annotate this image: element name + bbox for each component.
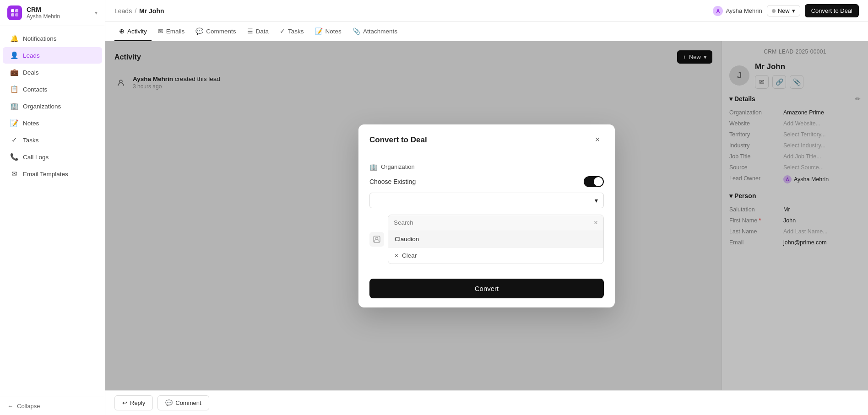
choose-existing-row: Choose Existing (369, 176, 604, 187)
toggle-knob (594, 177, 603, 186)
svg-rect-1 (15, 9, 18, 12)
sidebar-item-deals-label: Deals (23, 69, 39, 76)
reply-label: Reply (130, 399, 145, 406)
tab-tasks[interactable]: ✓ Tasks (275, 22, 309, 41)
modal-close-button[interactable]: × (591, 134, 604, 146)
tab-emails[interactable]: ✉ Emails (153, 22, 190, 41)
org-section-label: 🏢 Organization (369, 163, 604, 171)
reply-button[interactable]: ↩ Reply (114, 395, 153, 410)
svg-rect-3 (15, 13, 18, 16)
comment-icon: 💬 (165, 399, 173, 406)
modal-title: Convert to Deal (369, 135, 427, 145)
topbar: Leads / Mr John A Aysha Mehrin New ▾ Con… (105, 0, 868, 22)
dropdown-chevron-icon: ▾ (595, 197, 598, 204)
sidebar-item-email-templates-label: Email Templates (23, 171, 68, 178)
sidebar-item-organizations-label: Organizations (23, 103, 61, 110)
org-dropdown-trigger[interactable]: ▾ (369, 193, 604, 208)
sidebar-item-call-logs-label: Call Logs (23, 154, 49, 161)
leads-icon: 👤 (10, 51, 18, 59)
app-user: Aysha Mehrin (27, 13, 90, 20)
tab-comments[interactable]: 💬 Comments (191, 22, 240, 41)
comment-button[interactable]: 💬 Comment (157, 395, 209, 410)
topbar-user-avatar: A (713, 6, 723, 16)
topbar-user-name: Aysha Mehrin (726, 7, 762, 14)
tab-activity-label: Activity (127, 28, 147, 35)
comment-label: Comment (175, 399, 201, 406)
deals-icon: 💼 (10, 68, 18, 76)
collapse-label: Collapse (17, 403, 40, 410)
dropdown-clear-button[interactable]: × Clear (388, 247, 603, 264)
sidebar-toggle[interactable]: ▾ (95, 10, 98, 16)
main-content: Leads / Mr John A Aysha Mehrin New ▾ Con… (105, 0, 868, 415)
tab-attachments[interactable]: 📎 Attachments (348, 22, 402, 41)
tab-emails-label: Emails (166, 28, 185, 35)
convert-button[interactable]: Convert (369, 279, 604, 298)
org-section-icon: 🏢 (369, 163, 377, 171)
status-dot (772, 9, 776, 13)
status-chevron-icon: ▾ (792, 7, 795, 14)
sidebar-item-tasks-label: Tasks (23, 137, 39, 144)
svg-rect-0 (11, 9, 14, 12)
app-info: CRM Aysha Mehrin (27, 6, 90, 20)
contact-row: × Claudion × Clear (369, 215, 604, 264)
tab-notes-label: Notes (326, 28, 342, 35)
contact-icon (369, 232, 384, 247)
tab-tasks-label: Tasks (288, 28, 304, 35)
sidebar-item-email-templates[interactable]: ✉ Email Templates (3, 166, 102, 182)
sidebar-item-notifications[interactable]: 🔔 Notifications (3, 30, 102, 47)
bottom-bar: ↩ Reply 💬 Comment (105, 390, 868, 415)
clear-label: Clear (402, 252, 417, 259)
breadcrumb-current: Mr John (139, 7, 164, 15)
app-logo (7, 5, 22, 20)
sidebar-item-contacts-label: Contacts (23, 86, 47, 93)
sidebar: CRM Aysha Mehrin ▾ 🔔 Notifications 👤 Lea… (0, 0, 105, 415)
modal-header: Convert to Deal × (358, 124, 615, 154)
sidebar-item-call-logs[interactable]: 📞 Call Logs (3, 149, 102, 165)
collapse-button[interactable]: ← Collapse (0, 397, 105, 415)
sidebar-item-organizations[interactable]: 🏢 Organizations (3, 98, 102, 114)
sidebar-item-notes[interactable]: 📝 Notes (3, 115, 102, 131)
breadcrumb-parent[interactable]: Leads (114, 7, 132, 15)
tasks-tab-icon: ✓ (280, 27, 285, 35)
sidebar-item-notes-label: Notes (23, 120, 39, 127)
contacts-icon: 📋 (10, 85, 18, 93)
topbar-user: A Aysha Mehrin (713, 6, 762, 16)
tabs: ⊕ Activity ✉ Emails 💬 Comments ☰ Data ✓ … (105, 22, 868, 41)
modal-overlay[interactable]: Convert to Deal × 🏢 Organization Choose … (105, 41, 868, 390)
sidebar-item-leads[interactable]: 👤 Leads (3, 47, 102, 64)
status-dropdown[interactable]: New ▾ (767, 5, 800, 16)
call-logs-icon: 📞 (10, 153, 18, 161)
app-name: CRM (27, 6, 90, 13)
email-templates-icon: ✉ (10, 170, 18, 178)
tab-activity[interactable]: ⊕ Activity (114, 22, 152, 41)
sidebar-item-tasks[interactable]: ✓ Tasks (3, 132, 102, 148)
sidebar-item-deals[interactable]: 💼 Deals (3, 64, 102, 81)
tab-notes[interactable]: 📝 Notes (310, 22, 346, 41)
convert-to-deal-modal: Convert to Deal × 🏢 Organization Choose … (358, 124, 615, 307)
activity-tab-icon: ⊕ (119, 27, 125, 35)
notes-tab-icon: 📝 (315, 27, 323, 35)
org-section-text: Organization (381, 163, 415, 170)
emails-tab-icon: ✉ (158, 27, 163, 35)
choose-existing-toggle[interactable] (584, 176, 604, 187)
notes-icon: 📝 (10, 119, 18, 127)
tab-data[interactable]: ☰ Data (243, 22, 274, 41)
svg-rect-2 (11, 13, 14, 16)
status-label: New (778, 7, 790, 14)
tasks-icon: ✓ (10, 136, 18, 144)
modal-footer: Convert (358, 279, 615, 307)
breadcrumb-separator: / (135, 7, 136, 15)
sidebar-header: CRM Aysha Mehrin ▾ (0, 0, 105, 26)
search-input[interactable] (394, 219, 590, 226)
content-area: Activity + New ▾ Aysha Mehrin (105, 41, 868, 390)
dropdown-option-claudion[interactable]: Claudion (388, 231, 603, 247)
sidebar-item-contacts[interactable]: 📋 Contacts (3, 81, 102, 97)
reply-icon: ↩ (122, 399, 127, 406)
search-input-row: × (388, 215, 603, 231)
tab-data-label: Data (256, 28, 269, 35)
tab-comments-label: Comments (206, 28, 236, 35)
collapse-icon: ← (7, 403, 13, 410)
topbar-actions: A Aysha Mehrin New ▾ Convert to Deal (713, 4, 859, 17)
search-clear-button[interactable]: × (594, 219, 598, 227)
convert-to-deal-button[interactable]: Convert to Deal (805, 4, 859, 17)
